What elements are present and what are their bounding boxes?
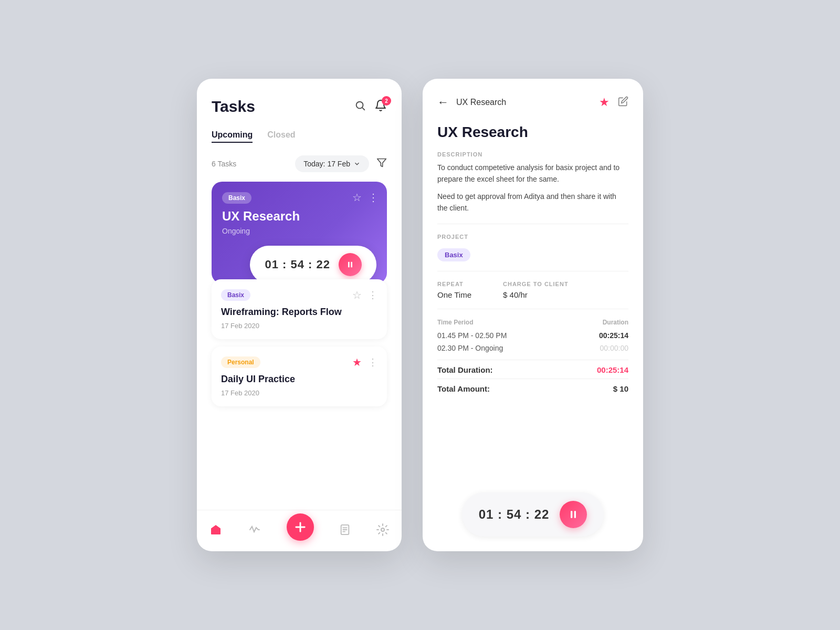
task-date-dailyui: 17 Feb 2020 — [221, 389, 377, 397]
description-label: DESCRIPTION — [437, 151, 628, 158]
active-task-tag: Basix — [222, 192, 251, 204]
svg-marker-2 — [377, 159, 386, 166]
back-button[interactable]: ← — [437, 96, 449, 109]
description-text-1: To conduct competetive analysis for basi… — [437, 162, 628, 185]
notification-badge: 2 — [382, 96, 391, 106]
active-task-timer-pill: 01 : 54 : 22 — [250, 246, 376, 284]
svg-rect-13 — [574, 511, 576, 518]
duration-1: 00:25:14 — [599, 331, 628, 340]
active-task-timer-bar: 01 : 54 : 22 — [222, 246, 376, 284]
task-tag-basix: Basix — [221, 289, 250, 301]
task-title-dailyui: Daily UI Practice — [221, 374, 377, 385]
svg-line-1 — [362, 108, 364, 110]
time-table: Time Period Duration 01.45 PM - 02.50 PM… — [437, 319, 628, 352]
nav-settings[interactable] — [376, 523, 389, 536]
search-icon[interactable] — [354, 100, 366, 114]
total-amount-row: Total Amount: $ 10 — [437, 379, 628, 393]
right-timer-pill: 01 : 54 : 22 — [462, 492, 604, 537]
description-text-2: Need to get approval from Aditya and the… — [437, 191, 628, 214]
divider-3 — [437, 309, 628, 309]
active-task-more[interactable]: ⋮ — [368, 191, 379, 204]
svg-rect-12 — [571, 511, 572, 518]
repeat-charge-row: REPEAT One Time CHARGE TO CLIENT $ 40/hr — [437, 281, 628, 299]
left-header: Tasks 2 — [212, 98, 387, 116]
right-timer-display: 01 : 54 : 22 — [479, 507, 550, 522]
task-card-actions: ☆ ⋮ — [352, 289, 377, 301]
project-tag: Basix — [437, 248, 470, 261]
repeat-label: REPEAT — [437, 281, 471, 287]
task-card-actions-2: ★ ⋮ — [352, 356, 377, 369]
nav-home[interactable] — [209, 523, 222, 536]
tabs-row: Upcoming Closed — [212, 130, 387, 143]
nav-docs[interactable] — [339, 523, 351, 536]
filter-right: Today: 17 Feb — [295, 155, 387, 172]
task-card-dailyui[interactable]: Personal ★ ⋮ Daily UI Practice 17 Feb 20… — [212, 346, 387, 406]
duration-col-label: Duration — [603, 319, 628, 326]
filter-icon[interactable] — [376, 158, 387, 171]
right-bottom-timer: 01 : 54 : 22 — [423, 484, 643, 551]
detail-star-icon[interactable]: ★ — [599, 96, 610, 109]
task-card-header-2: Personal ★ ⋮ — [221, 356, 377, 369]
project-label: PROJECT — [437, 234, 628, 240]
duration-2: 00:00:00 — [600, 344, 629, 352]
time-period-1: 01.45 PM - 02.50 PM — [437, 331, 507, 340]
tab-upcoming[interactable]: Upcoming — [212, 130, 253, 143]
filter-row: 6 Tasks Today: 17 Feb — [212, 155, 387, 172]
edit-icon[interactable] — [618, 96, 628, 109]
tab-closed[interactable]: Closed — [267, 130, 295, 143]
active-task-status: Ongoing — [222, 227, 376, 235]
header-icons: 2 — [354, 99, 387, 114]
task-count: 6 Tasks — [212, 160, 236, 168]
divider-1 — [437, 224, 628, 224]
task-title-wireframing: Wireframing: Reports Flow — [221, 307, 377, 318]
time-row-2: 02.30 PM - Ongoing 00:00:00 — [437, 344, 628, 352]
active-task-timer: 01 : 54 : 22 — [265, 258, 330, 271]
task-more-dailyui[interactable]: ⋮ — [368, 356, 377, 368]
task-card-wireframing[interactable]: Basix ☆ ⋮ Wireframing: Reports Flow 17 F… — [212, 279, 387, 339]
active-task-title: UX Research — [222, 209, 376, 224]
time-table-header: Time Period Duration — [437, 319, 628, 326]
charge-col: CHARGE TO CLIENT $ 40/hr — [503, 281, 569, 299]
task-more-wireframing[interactable]: ⋮ — [368, 289, 377, 301]
task-star-dailyui[interactable]: ★ — [352, 356, 362, 369]
svg-rect-3 — [348, 262, 350, 268]
right-pause-button[interactable] — [560, 501, 587, 528]
task-star-wireframing[interactable]: ☆ — [352, 289, 362, 301]
detail-nav-title: UX Research — [456, 98, 506, 107]
svg-rect-4 — [351, 262, 352, 268]
task-tag-personal: Personal — [221, 356, 260, 368]
divider-2 — [437, 271, 628, 271]
charge-label: CHARGE TO CLIENT — [503, 281, 569, 287]
right-screen: ← UX Research ★ UX Research DESCRIPTION … — [423, 79, 643, 551]
svg-point-11 — [381, 528, 384, 531]
total-amount-label: Total Amount: — [437, 384, 490, 393]
nav-add-button[interactable] — [287, 513, 314, 541]
left-screen: Tasks 2 Upcoming Cl — [197, 79, 402, 551]
notification-button[interactable]: 2 — [374, 99, 387, 114]
time-period-2: 02.30 PM - Ongoing — [437, 344, 503, 352]
detail-nav-left: ← UX Research — [437, 96, 506, 109]
detail-title: UX Research — [437, 124, 628, 141]
time-row-1: 01.45 PM - 02.50 PM 00:25:14 — [437, 331, 628, 340]
task-card-header: Basix ☆ ⋮ — [221, 289, 377, 301]
time-period-col-label: Time Period — [437, 319, 473, 326]
repeat-col: REPEAT One Time — [437, 281, 471, 299]
detail-header: ← UX Research ★ — [437, 96, 628, 109]
total-duration-value: 00:25:14 — [597, 365, 628, 374]
nav-activity[interactable] — [248, 523, 261, 536]
active-task-star[interactable]: ☆ — [352, 191, 362, 204]
total-amount-value: $ 10 — [613, 384, 628, 393]
task-date-wireframing: 17 Feb 2020 — [221, 322, 377, 330]
repeat-value: One Time — [437, 290, 471, 299]
total-duration-row: Total Duration: 00:25:14 — [437, 360, 628, 374]
date-filter[interactable]: Today: 17 Feb — [295, 155, 369, 172]
total-duration-label: Total Duration: — [437, 365, 493, 374]
active-task-actions: ☆ ⋮ — [352, 191, 379, 204]
charge-value: $ 40/hr — [503, 290, 569, 299]
detail-nav-actions: ★ — [599, 96, 628, 109]
active-task-pause-button[interactable] — [339, 253, 362, 276]
page-title: Tasks — [212, 98, 255, 116]
bottom-nav — [197, 510, 402, 551]
active-task-card[interactable]: ☆ ⋮ Basix UX Research Ongoing 01 : 54 : … — [212, 182, 387, 284]
